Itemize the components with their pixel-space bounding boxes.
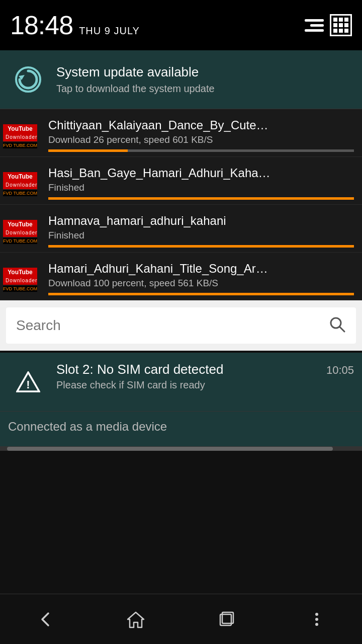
dl3-title: Hamnava_hamari_adhuri_kahani bbox=[48, 214, 320, 228]
recents-button[interactable] bbox=[181, 594, 272, 644]
system-update-title: System update available bbox=[56, 64, 354, 80]
nav-bar bbox=[0, 594, 362, 644]
dl4-progress-fill bbox=[48, 293, 354, 295]
yt-logo-2: YouTubeDownloader bbox=[3, 172, 37, 189]
dl1-status: Download 26 percent, speed 601 KB/S bbox=[48, 134, 354, 145]
system-update-text: System update available Tap to download … bbox=[48, 64, 354, 95]
system-update-subtitle: Tap to download the system update bbox=[56, 83, 354, 95]
sim-title-row: Slot 2: No SIM card detected 10:05 bbox=[56, 362, 354, 377]
warning-icon-wrap: ! bbox=[8, 362, 48, 402]
overflow-menu-icon bbox=[307, 609, 327, 629]
dl4-content: Hamari_Adhuri_Kahani_Title_Song_Ar… Down… bbox=[40, 260, 354, 295]
yt-logo-3: YouTubeDownloader bbox=[3, 220, 37, 237]
svg-point-9 bbox=[315, 613, 318, 616]
dl1-content: Chittiyaan_Kalaiyaan_Dance_By_Cute… Down… bbox=[40, 116, 354, 152]
signal-icon bbox=[305, 16, 324, 35]
sim-section: ! Slot 2: No SIM card detected 10:05 Ple… bbox=[0, 353, 362, 451]
yt-logo-4: YouTubeDownloader bbox=[3, 268, 37, 285]
scroll-track bbox=[0, 447, 362, 451]
content-area: System update available Tap to download … bbox=[0, 50, 362, 501]
svg-point-10 bbox=[315, 618, 318, 621]
dl1-title: Chittiyaan_Kalaiyaan_Dance_By_Cute… bbox=[48, 118, 320, 132]
home-icon bbox=[126, 609, 146, 629]
back-icon bbox=[35, 609, 55, 629]
sim-notification[interactable]: ! Slot 2: No SIM card detected 10:05 Ple… bbox=[0, 353, 362, 412]
back-button[interactable] bbox=[0, 594, 90, 644]
update-icon bbox=[15, 66, 42, 93]
svg-marker-6 bbox=[128, 612, 144, 627]
dl4-status: Download 100 percent, speed 561 KB/S bbox=[48, 278, 354, 289]
warning-icon: ! bbox=[16, 371, 40, 392]
status-time-group: 18:48 THU 9 JULY bbox=[10, 10, 140, 40]
fvd-label-4: FVD TUBE.COM bbox=[3, 286, 37, 292]
fvd-label-2: FVD TUBE.COM bbox=[3, 190, 37, 196]
dl3-progress-track bbox=[48, 245, 354, 248]
sim-text: Slot 2: No SIM card detected 10:05 Pleas… bbox=[48, 362, 354, 391]
clock: 18:48 bbox=[10, 10, 73, 40]
dl2-status: Finished bbox=[48, 182, 354, 193]
dl2-progress-track bbox=[48, 197, 354, 200]
dl1-progress-track bbox=[48, 149, 354, 152]
menu-button[interactable] bbox=[272, 594, 362, 644]
scroll-thumb bbox=[7, 447, 333, 451]
status-icons bbox=[305, 14, 352, 36]
search-input[interactable] bbox=[16, 317, 329, 334]
search-bar[interactable] bbox=[6, 307, 356, 344]
system-update-notification[interactable]: System update available Tap to download … bbox=[0, 50, 362, 109]
yt-thumb-2: YouTubeDownloader FVD TUBE.COM bbox=[0, 164, 40, 204]
fvd-label-3: FVD TUBE.COM bbox=[3, 238, 37, 244]
sim-subtitle: Please check if SIM card is ready bbox=[56, 379, 354, 391]
media-device-title: Connected as a media device bbox=[8, 420, 354, 434]
dl2-progress-fill bbox=[48, 197, 354, 200]
download-notification-1[interactable]: YouTubeDownloader FVD TUBE.COM Chittiyaa… bbox=[0, 109, 362, 157]
download-notification-3[interactable]: YouTubeDownloader FVD TUBE.COM Hamnava_h… bbox=[0, 205, 362, 253]
dl2-title: Hasi_Ban_Gaye_Hamari_Adhuri_Kaha… bbox=[48, 166, 320, 180]
grid-icon bbox=[330, 14, 352, 36]
dl3-status: Finished bbox=[48, 230, 354, 241]
download-notifications: YouTubeDownloader FVD TUBE.COM Chittiyaa… bbox=[0, 109, 362, 300]
dl2-content: Hasi_Ban_Gaye_Hamari_Adhuri_Kaha… Finish… bbox=[40, 164, 354, 200]
dl4-title: Hamari_Adhuri_Kahani_Title_Song_Ar… bbox=[48, 262, 320, 276]
dl3-content: Hamnava_hamari_adhuri_kahani Finished bbox=[40, 212, 354, 248]
media-device-notification[interactable]: Connected as a media device bbox=[0, 412, 362, 447]
search-bar-container bbox=[0, 300, 362, 351]
dl4-progress-track bbox=[48, 293, 354, 295]
date: THU 9 JULY bbox=[79, 25, 140, 37]
dl3-progress-fill bbox=[48, 245, 354, 248]
svg-line-3 bbox=[340, 327, 344, 332]
sim-title: Slot 2: No SIM card detected bbox=[56, 362, 223, 377]
update-icon-wrap bbox=[8, 59, 48, 100]
recents-icon bbox=[216, 609, 236, 629]
yt-logo-1: YouTubeDownloader bbox=[3, 124, 37, 141]
dl1-progress-fill bbox=[48, 149, 128, 152]
download-notification-4[interactable]: YouTubeDownloader FVD TUBE.COM Hamari_Ad… bbox=[0, 253, 362, 300]
fvd-label-1: FVD TUBE.COM bbox=[3, 142, 37, 148]
svg-point-11 bbox=[315, 623, 318, 626]
download-notification-2[interactable]: YouTubeDownloader FVD TUBE.COM Hasi_Ban_… bbox=[0, 157, 362, 205]
yt-thumb-1: YouTubeDownloader FVD TUBE.COM bbox=[0, 116, 40, 156]
home-button[interactable] bbox=[90, 594, 181, 644]
svg-text:!: ! bbox=[26, 378, 30, 391]
yt-thumb-3: YouTubeDownloader FVD TUBE.COM bbox=[0, 212, 40, 252]
search-icon bbox=[329, 316, 346, 335]
sim-time: 10:05 bbox=[326, 364, 354, 377]
status-bar: 18:48 THU 9 JULY bbox=[0, 0, 362, 50]
yt-thumb-4: YouTubeDownloader FVD TUBE.COM bbox=[0, 260, 40, 300]
